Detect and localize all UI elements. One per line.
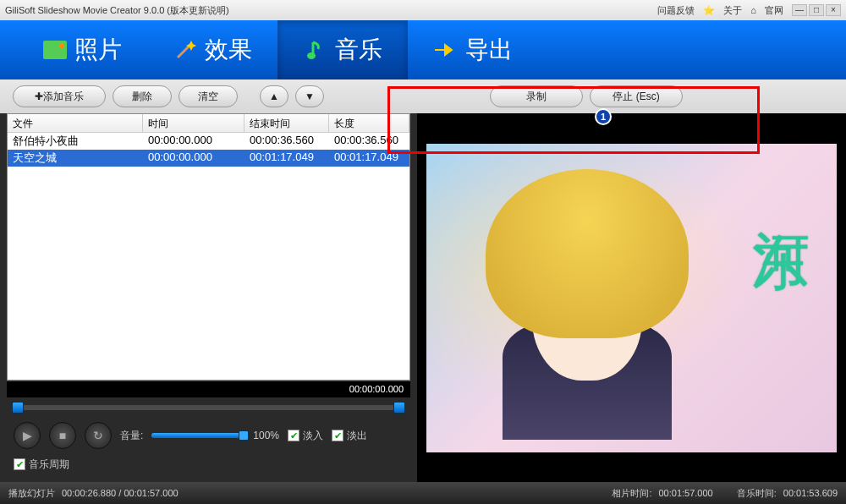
table-header: 文件 时间 结束时间 长度: [8, 114, 409, 133]
music-time: 00:01:53.609: [783, 488, 838, 498]
svg-point-2: [307, 52, 316, 59]
play-button[interactable]: ▶: [14, 422, 41, 449]
fadein-checkbox[interactable]: ✔淡入: [288, 429, 323, 443]
titlebar-links: 问题反馈 ⭐ 关于 ⌂ 官网: [657, 4, 783, 17]
music-panel: 文件 时间 结束时间 长度 舒伯特小夜曲 00:00:00.000 00:00:…: [0, 113, 417, 482]
table-row[interactable]: 舒伯特小夜曲 00:00:00.000 00:00:36.560 00:00:3…: [8, 133, 409, 150]
about-link[interactable]: 关于: [723, 4, 742, 17]
tab-music[interactable]: 音乐: [277, 20, 408, 79]
svg-rect-0: [43, 41, 67, 59]
statusbar: 播放幻灯片 00:00:26.880 / 00:01:57.000 相片时间: …: [0, 482, 846, 504]
table-row[interactable]: 天空之城 00:00:00.000 00:01:17.049 00:01:17.…: [8, 150, 409, 167]
tab-effects[interactable]: 效果: [147, 20, 277, 79]
minimize-button[interactable]: —: [792, 4, 807, 16]
stop-button[interactable]: 停止 (Esc): [590, 85, 683, 107]
close-button[interactable]: ×: [826, 4, 841, 16]
player-controls: ▶ ■ ↻ 音量: 100% ✔淡入 ✔淡出: [7, 418, 410, 453]
preview-image: 河东: [426, 144, 837, 452]
photo-icon: [42, 37, 68, 63]
clear-button[interactable]: 清空: [179, 85, 238, 107]
music-loop-row: ✔音乐周期: [7, 453, 410, 475]
music-table: 文件 时间 结束时间 长度 舒伯特小夜曲 00:00:00.000 00:00:…: [7, 113, 410, 381]
timecode-display: 00:00:00.000: [7, 381, 410, 397]
svg-point-1: [59, 43, 64, 48]
table-body: 舒伯特小夜曲 00:00:00.000 00:00:36.560 00:00:3…: [8, 133, 409, 380]
add-music-button[interactable]: ✚ 添加音乐: [13, 85, 106, 107]
star-icon: ⭐: [703, 5, 715, 16]
annotation-badge: 1: [595, 108, 612, 125]
main-navbar: 照片 效果 音乐 导出: [0, 20, 846, 79]
volume-label: 音量:: [120, 429, 143, 443]
music-time-label: 音乐时间:: [737, 487, 777, 500]
titlebar: GiliSoft Slideshow Movie Creator 9.0.0 (…: [0, 0, 846, 20]
stop-playback-button[interactable]: ■: [49, 422, 76, 449]
seek-start-thumb[interactable]: [12, 402, 24, 414]
record-button[interactable]: 录制: [490, 85, 583, 107]
seek-end-thumb[interactable]: [393, 402, 405, 414]
wand-icon: [173, 37, 198, 63]
slideshow-label: 播放幻灯片: [8, 487, 55, 500]
col-endtime[interactable]: 结束时间: [244, 114, 329, 132]
move-up-button[interactable]: ▲: [260, 85, 288, 107]
volume-slider[interactable]: [151, 433, 244, 438]
slideshow-time: 00:00:26.880 / 00:01:57.000: [62, 488, 179, 498]
maximize-button[interactable]: □: [809, 4, 824, 16]
loop-checkbox[interactable]: ✔音乐周期: [14, 457, 69, 472]
volume-percent: 100%: [253, 430, 279, 441]
export-icon: [433, 37, 459, 63]
home-icon: ⌂: [750, 5, 756, 15]
col-length[interactable]: 长度: [329, 114, 409, 132]
photo-time: 00:01:57.000: [658, 488, 712, 498]
seek-bar[interactable]: [7, 397, 410, 418]
fadeout-checkbox[interactable]: ✔淡出: [332, 429, 367, 443]
feedback-link[interactable]: 问题反馈: [657, 4, 695, 17]
app-title: GiliSoft Slideshow Movie Creator 9.0.0 (…: [5, 4, 657, 17]
website-link[interactable]: 官网: [765, 4, 783, 17]
tab-photos[interactable]: 照片: [17, 20, 147, 79]
tab-export[interactable]: 导出: [408, 20, 538, 79]
photo-time-label: 相片时间:: [612, 487, 651, 500]
rewind-button[interactable]: ↻: [85, 422, 112, 449]
preview-panel: 河东: [417, 113, 846, 482]
move-down-button[interactable]: ▼: [295, 85, 324, 107]
delete-button[interactable]: 删除: [113, 85, 172, 107]
music-toolbar: ✚ 添加音乐 删除 清空 ▲ ▼ 录制 停止 (Esc): [0, 79, 846, 113]
col-file[interactable]: 文件: [8, 114, 143, 132]
music-icon: [303, 37, 328, 63]
col-time[interactable]: 时间: [143, 114, 244, 132]
